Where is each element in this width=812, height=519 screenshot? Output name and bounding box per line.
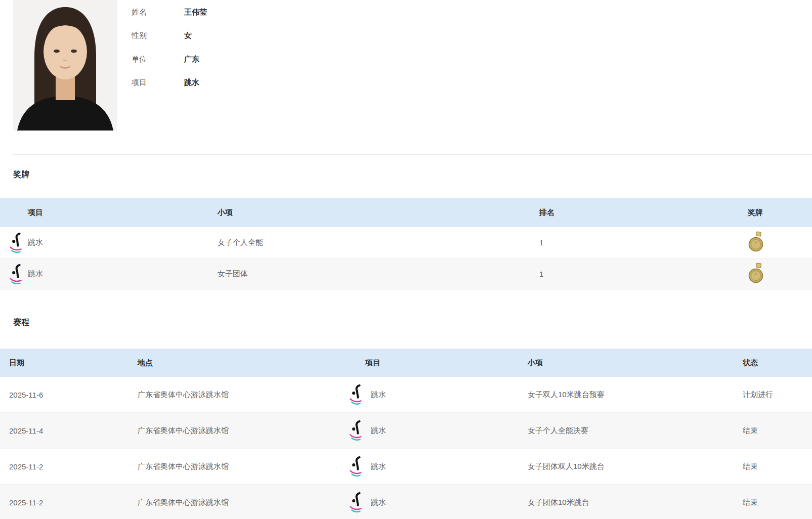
diving-icon [9, 264, 22, 285]
field-gender-value: 女 [184, 31, 192, 40]
schedule-status: 结束 [743, 498, 812, 507]
section-divider [13, 154, 812, 155]
schedule-date: 2025-11-6 [9, 391, 138, 399]
medal-row: 跳水 女子团体 1 [0, 258, 812, 290]
schedule-col-status: 状态 [743, 358, 812, 368]
schedule-date: 2025-11-4 [9, 426, 138, 435]
schedule-date: 2025-11-2 [9, 462, 138, 471]
schedule-venue: 广东省奥体中心游泳跳水馆 [138, 426, 349, 436]
schedule-col-subevent: 小项 [528, 358, 743, 368]
schedule-date: 2025-11-2 [9, 498, 138, 507]
schedule-venue: 广东省奥体中心游泳跳水馆 [138, 498, 349, 507]
field-event: 项目 跳水 [132, 71, 207, 95]
medal-rank: 1 [532, 270, 748, 278]
schedule-status: 计划进行 [743, 390, 812, 400]
field-event-label: 项目 [132, 78, 184, 88]
schedule-subevent: 女子个人全能决赛 [528, 426, 743, 436]
medals-section-title: 奖牌 [13, 169, 812, 179]
field-name-label: 姓名 [132, 8, 184, 17]
schedule-col-date: 日期 [9, 358, 138, 368]
field-name: 姓名 王伟莹 [132, 1, 207, 24]
profile-section: 姓名 王伟莹 性别 女 单位 广东 项目 跳水 [0, 0, 812, 131]
field-unit-value: 广东 [184, 55, 199, 64]
field-gender: 性别 女 [132, 24, 207, 48]
schedule-section-title: 赛程 [13, 317, 812, 327]
schedule-venue: 广东省奥体中心游泳跳水馆 [138, 390, 349, 400]
schedule-subevent: 女子团体10米跳台 [528, 498, 743, 507]
schedule-event: 跳水 [371, 498, 386, 507]
medals-col-rank: 排名 [532, 208, 748, 218]
medal-row: 跳水 女子个人全能 1 [0, 227, 812, 258]
schedule-row: 2025-11-4 广东省奥体中心游泳跳水馆 跳水 女子个人全能决赛 结束 [0, 413, 812, 449]
schedule-venue: 广东省奥体中心游泳跳水馆 [138, 462, 349, 471]
schedule-event: 跳水 [371, 426, 386, 436]
schedule-subevent: 女子团体双人10米跳台 [528, 462, 743, 471]
schedule-status: 结束 [743, 462, 812, 471]
schedule-col-venue: 地点 [138, 358, 349, 368]
gold-medal-icon [748, 231, 765, 254]
medal-subevent: 女子团体 [218, 269, 532, 279]
schedule-event: 跳水 [371, 462, 386, 471]
medal-event: 跳水 [28, 269, 43, 279]
field-event-value: 跳水 [184, 78, 199, 88]
schedule-table-header: 日期 地点 项目 小项 状态 [0, 349, 812, 377]
diving-icon [9, 232, 22, 253]
diving-icon [349, 492, 362, 513]
medals-col-event: 项目 [9, 208, 218, 218]
schedule-row: 2025-11-2 广东省奥体中心游泳跳水馆 跳水 女子团体10米跳台 结束 [0, 485, 812, 519]
profile-fields: 姓名 王伟莹 性别 女 单位 广东 项目 跳水 [132, 0, 207, 131]
medal-event: 跳水 [28, 238, 43, 247]
athlete-photo-image [13, 0, 117, 131]
schedule-row: 2025-11-2 广东省奥体中心游泳跳水馆 跳水 女子团体双人10米跳台 结束 [0, 449, 812, 485]
medals-col-medal: 奖牌 [748, 208, 812, 218]
athlete-photo [13, 0, 117, 131]
field-name-value: 王伟莹 [184, 8, 207, 17]
schedule-row: 2025-11-6 广东省奥体中心游泳跳水馆 跳水 女子双人10米跳台预赛 计划… [0, 377, 812, 413]
diving-icon [349, 456, 362, 477]
gold-medal-icon [748, 263, 765, 285]
medal-subevent: 女子个人全能 [218, 238, 532, 247]
schedule-event: 跳水 [371, 390, 386, 400]
diving-icon [349, 420, 362, 441]
schedule-table: 日期 地点 项目 小项 状态 2025-11-6 广东省奥体中心游泳跳水馆 跳水… [0, 349, 812, 519]
schedule-status: 结束 [743, 426, 812, 436]
medals-table: 项目 小项 排名 奖牌 跳水 女子个人全能 1 跳水 女子团体 1 [0, 198, 812, 290]
field-unit-label: 单位 [132, 55, 184, 64]
diving-icon [349, 384, 362, 405]
medals-table-header: 项目 小项 排名 奖牌 [0, 198, 812, 227]
field-gender-label: 性别 [132, 31, 184, 40]
medal-rank: 1 [532, 238, 748, 247]
schedule-subevent: 女子双人10米跳台预赛 [528, 390, 743, 400]
field-unit: 单位 广东 [132, 48, 207, 71]
medals-col-subevent: 小项 [218, 208, 532, 218]
schedule-col-event: 项目 [349, 358, 528, 368]
